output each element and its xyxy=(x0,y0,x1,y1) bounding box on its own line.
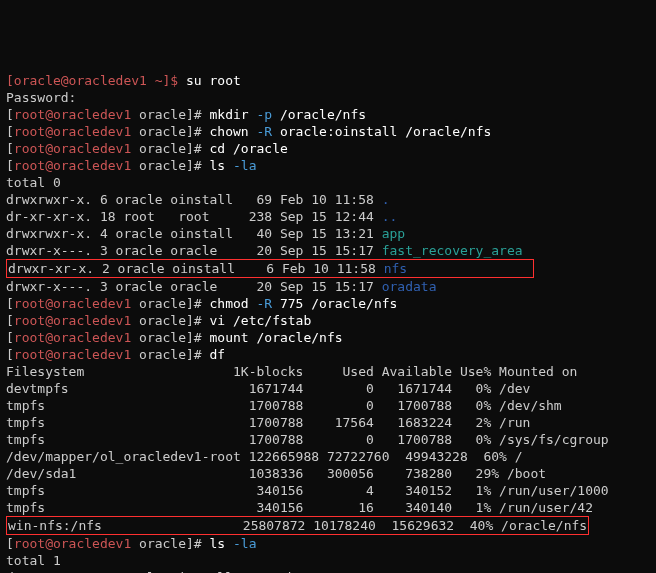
df-row: /dev/mapper/ol_oracledev1-root 122665988… xyxy=(6,448,650,465)
highlight-nfs-row-1: drwxr-xr-x. 2 oracle oinstall 6 Feb 10 1… xyxy=(6,259,534,278)
cmd-chown-args: oracle:oinstall /oracle/nfs xyxy=(272,124,491,139)
df-row: tmpfs 1700788 0 1700788 0% /dev/shm xyxy=(6,397,650,414)
total-line: total 1 xyxy=(6,552,650,569)
cmd-chown-flag: -R xyxy=(256,124,272,139)
terminal-window[interactable]: [oracle@oracledev1 ~]$ su rootPassword:[… xyxy=(6,72,650,573)
prompt-path: oracle]# xyxy=(131,536,209,551)
prompt-root: root@oracledev1 xyxy=(14,141,131,156)
prompt-bracket: [ xyxy=(6,107,14,122)
prompt-bracket: [ xyxy=(6,536,14,551)
cmd-ls-flag: -la xyxy=(233,536,256,551)
password-prompt: Password: xyxy=(6,89,650,106)
prompt-path: oracle]# xyxy=(131,296,209,311)
prompt-bracket: [ xyxy=(6,158,14,173)
cmd-df: df xyxy=(210,347,226,362)
cmd-mkdir-flag: -p xyxy=(256,107,272,122)
cmd-mount: mount /oracle/nfs xyxy=(210,330,343,345)
cmd-cd: cd /oracle xyxy=(210,141,288,156)
df-row: tmpfs 1700788 0 1700788 0% /sys/fs/cgrou… xyxy=(6,431,650,448)
cmd-vi: vi /etc/fstab xyxy=(210,313,312,328)
prompt-bracket: [ xyxy=(6,330,14,345)
prompt-root: root@oracledev1 xyxy=(14,107,131,122)
df-header: Filesystem 1K-blocks Used Available Use%… xyxy=(6,363,650,380)
prompt-bracket: [ xyxy=(6,124,14,139)
prompt-root: root@oracledev1 xyxy=(14,330,131,345)
prompt-root: root@oracledev1 xyxy=(14,347,131,362)
cmd-mkdir-path: /oracle/nfs xyxy=(272,107,366,122)
cmd-chown: chown xyxy=(210,124,257,139)
prompt-root: root@oracledev1 xyxy=(14,158,131,173)
prompt-root: root@oracledev1 xyxy=(14,296,131,311)
prompt-path: oracle]# xyxy=(131,313,209,328)
prompt-user: [oracle@oracledev1 ~]$ xyxy=(6,73,186,88)
cmd-su: su root xyxy=(186,73,241,88)
prompt-bracket: [ xyxy=(6,296,14,311)
ls-row: dr-xr-xr-x. 18 root root 238 Sep 15 12:4… xyxy=(6,209,382,224)
prompt-root: root@oracledev1 xyxy=(14,536,131,551)
prompt-root: root@oracledev1 xyxy=(14,124,131,139)
ls-name: .. xyxy=(382,209,398,224)
cmd-ls: ls xyxy=(210,158,233,173)
ls-name: oradata xyxy=(382,279,437,294)
df-row: /dev/sda1 1038336 300056 738280 29% /boo… xyxy=(6,465,650,482)
prompt-bracket: [ xyxy=(6,141,14,156)
ls-name: app xyxy=(382,226,405,241)
prompt-path: oracle]# xyxy=(131,330,209,345)
df-row: devtmpfs 1671744 0 1671744 0% /dev xyxy=(6,380,650,397)
df-row: tmpfs 1700788 17564 1683224 2% /run xyxy=(6,414,650,431)
prompt-bracket: [ xyxy=(6,313,14,328)
cmd-chmod-flag: -R xyxy=(256,296,272,311)
prompt-path: oracle]# xyxy=(131,347,209,362)
df-row: tmpfs 340156 16 340140 1% /run/user/42 xyxy=(6,499,650,516)
df-row: tmpfs 340156 4 340152 1% /run/user/1000 xyxy=(6,482,650,499)
prompt-path: oracle]# xyxy=(131,124,209,139)
prompt-path: oracle]# xyxy=(131,107,209,122)
prompt-root: root@oracledev1 xyxy=(14,313,131,328)
ls-row: drwxr-x---. 3 oracle oracle 20 Sep 15 15… xyxy=(6,279,382,294)
cmd-mkdir: mkdir xyxy=(210,107,257,122)
ls-row: drwxr-x---. 3 oracle oracle 20 Sep 15 15… xyxy=(6,243,382,258)
ls-name: nfs xyxy=(384,261,407,276)
ls-row: drwxr-xr-x. 2 oracle oinstall 6 Feb 10 1… xyxy=(8,261,384,276)
cmd-chmod: chmod xyxy=(210,296,257,311)
cmd-ls-flag: -la xyxy=(233,158,256,173)
cmd-ls: ls xyxy=(210,536,233,551)
prompt-bracket: [ xyxy=(6,347,14,362)
ls-row: drwxrwxr-x. 4 oracle oinstall 40 Sep 15 … xyxy=(6,226,382,241)
highlight-df-nfs: win-nfs:/nfs 25807872 10178240 15629632 … xyxy=(6,516,589,535)
ls-name: fast_recovery_area xyxy=(382,243,523,258)
cmd-chmod-args: 775 /oracle/nfs xyxy=(272,296,397,311)
total-line: total 0 xyxy=(6,174,650,191)
prompt-path: oracle]# xyxy=(131,141,209,156)
ls-name: . xyxy=(382,192,390,207)
ls-row: drwxrwxr-x. 6 oracle oinstall 69 Feb 10 … xyxy=(6,192,382,207)
prompt-path: oracle]# xyxy=(131,158,209,173)
